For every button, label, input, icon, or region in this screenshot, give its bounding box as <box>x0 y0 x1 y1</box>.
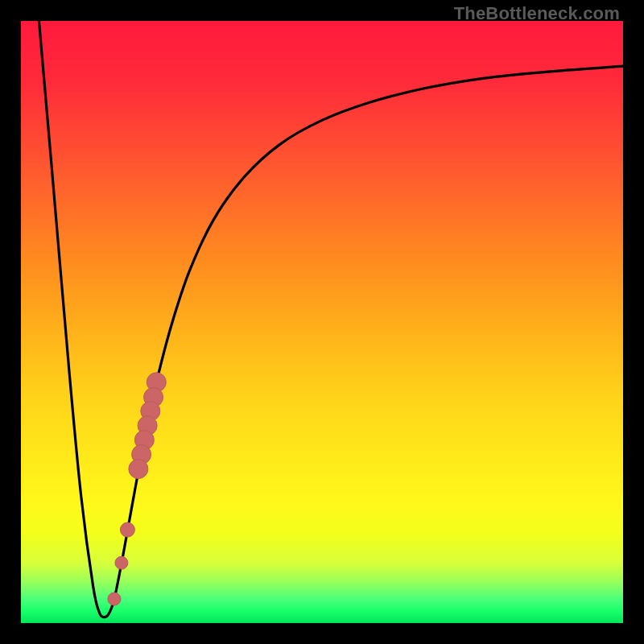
curve-layer <box>21 21 623 623</box>
marker-near-min <box>108 592 121 605</box>
marker-gap-lower <box>115 556 128 569</box>
plot-area <box>21 21 623 623</box>
watermark-text: TheBottleneck.com <box>454 3 620 24</box>
marker-gap-upper <box>120 522 134 537</box>
marker-cluster-bottom <box>129 460 148 479</box>
chart-frame: TheBottleneck.com <box>0 0 644 644</box>
markers-group <box>108 373 166 605</box>
